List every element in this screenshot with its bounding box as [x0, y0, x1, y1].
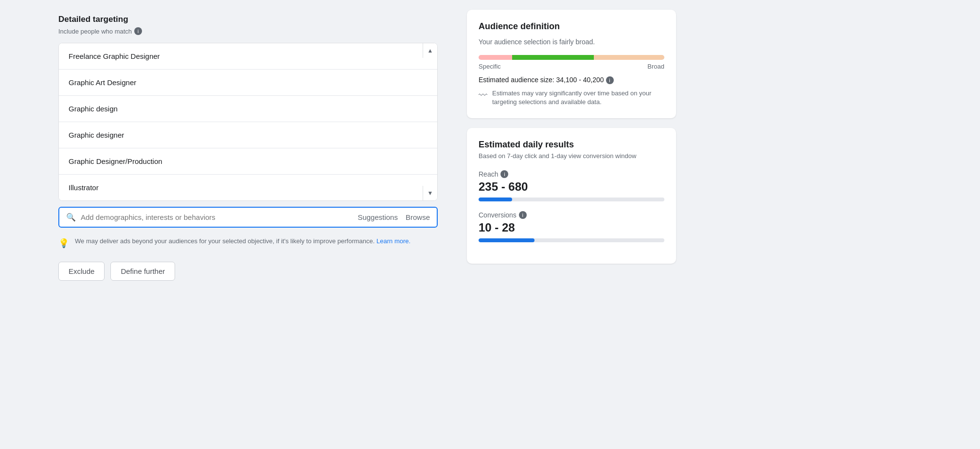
specific-label: Specific [479, 63, 501, 70]
audience-bar: Specific Broad [479, 55, 664, 70]
lightbulb-icon: 💡 [58, 237, 69, 250]
search-icon: 🔍 [66, 213, 76, 222]
search-actions: Suggestions Browse [357, 213, 430, 221]
broad-label: Broad [647, 63, 664, 70]
bar-segment-specific [479, 55, 512, 60]
audience-bar-track [479, 55, 664, 60]
info-icon[interactable]: i [134, 27, 142, 35]
bar-segment-broad [594, 55, 664, 60]
scroll-down-button[interactable]: ▼ [423, 186, 437, 200]
list-item[interactable]: Graphic Designer/Production [59, 148, 437, 175]
reach-info-icon[interactable]: i [500, 170, 508, 178]
scroll-up-button[interactable]: ▲ [423, 43, 437, 58]
chart-icon: 〰 [479, 90, 487, 102]
conversions-info-icon[interactable]: i [519, 211, 527, 219]
section-title: Detailed targeting [58, 15, 438, 24]
list-scroll-container[interactable]: Freelance Graphic Designer Graphic Art D… [59, 43, 437, 200]
section-subtitle: Include people who match i [58, 27, 438, 35]
list-item[interactable]: Graphic designer [59, 122, 437, 148]
search-input[interactable] [81, 213, 353, 221]
button-row: Exclude Define further [58, 262, 438, 281]
list-item[interactable]: Freelance Graphic Designer [59, 43, 437, 70]
bar-labels: Specific Broad [479, 63, 664, 70]
exclude-button[interactable]: Exclude [58, 262, 105, 281]
audience-size: Estimated audience size: 34,100 - 40,200… [479, 76, 664, 84]
audience-card-subtitle: Your audience selection is fairly broad. [479, 37, 664, 47]
reach-bar-track [479, 198, 664, 201]
daily-results-subtitle: Based on 7-day click and 1-day view conv… [479, 152, 664, 161]
audience-definition-card: Audience definition Your audience select… [467, 10, 676, 118]
left-panel: Detailed targeting Include people who ma… [0, 0, 457, 449]
browse-button[interactable]: Browse [406, 213, 430, 221]
suggestions-button[interactable]: Suggestions [357, 213, 398, 221]
learn-more-link[interactable]: Learn more. [376, 237, 410, 245]
targeting-dropdown: ▲ Freelance Graphic Designer Graphic Art… [58, 43, 438, 201]
estimates-note: 〰 Estimates may vary significantly over … [479, 89, 664, 107]
audience-info-icon[interactable]: i [606, 76, 614, 84]
notice: 💡 We may deliver ads beyond your audienc… [58, 236, 438, 250]
daily-results-title: Estimated daily results [479, 140, 664, 150]
conversions-bar-track [479, 238, 664, 242]
bar-segment-middle [512, 55, 594, 60]
conversions-value: 10 - 28 [479, 221, 664, 234]
daily-results-card: Estimated daily results Based on 7-day c… [467, 128, 676, 264]
list-item[interactable]: Illustrator [59, 175, 437, 200]
right-panel: Audience definition Your audience select… [457, 0, 691, 449]
list-item[interactable]: Graphic design [59, 96, 437, 122]
list-item[interactable]: Graphic Art Designer [59, 70, 437, 96]
conversions-bar-fill [479, 238, 535, 242]
reach-value: 235 - 680 [479, 180, 664, 194]
reach-bar-fill [479, 198, 512, 201]
search-bar: 🔍 Suggestions Browse [58, 207, 438, 228]
audience-card-title: Audience definition [479, 21, 664, 32]
conversions-label: Conversions i [479, 211, 664, 219]
reach-label: Reach i [479, 170, 664, 178]
define-further-button[interactable]: Define further [110, 262, 175, 281]
